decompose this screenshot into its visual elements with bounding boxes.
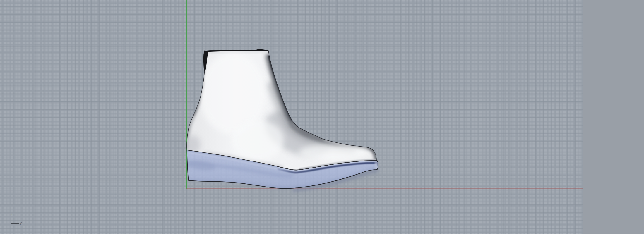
svg-text:z: z — [11, 212, 13, 216]
svg-text:y: y — [20, 221, 22, 225]
